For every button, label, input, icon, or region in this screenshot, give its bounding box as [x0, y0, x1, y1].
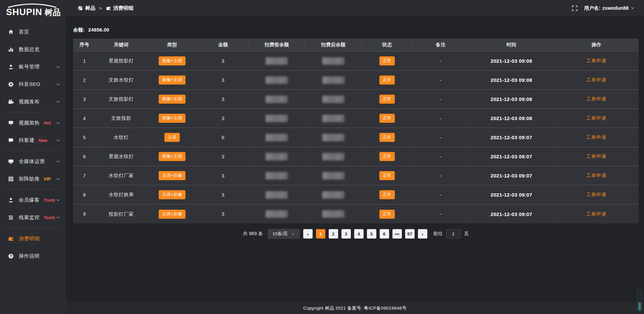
cell-amount: 3: [198, 147, 249, 166]
work-order-link[interactable]: 工单申请: [586, 211, 606, 217]
dashboard-icon: [78, 6, 83, 11]
table-row: 5水纹灯主词6正常-2021-12-03 09:07工单申请: [73, 128, 639, 147]
page-ellipsis-button[interactable]: •••: [392, 229, 402, 239]
cell-amount: 3: [198, 51, 249, 70]
page-button-1[interactable]: 1: [316, 229, 325, 239]
column-header: 关键词: [96, 39, 147, 51]
cell-time: 2021-12-03 09:07: [469, 204, 554, 223]
sidebar-item-3[interactable]: 抖音SEO: [0, 75, 66, 93]
masked-value: [266, 115, 288, 122]
sidebar-item-16[interactable]: ?操作说明: [0, 247, 66, 265]
cell-action: 工单申请: [554, 51, 639, 70]
cell-remark: -: [413, 70, 469, 90]
sidebar-item-label: 矩阵助推: [19, 176, 40, 182]
page-button-3[interactable]: 3: [341, 229, 351, 239]
sidebar-item-7[interactable]: 抖客通New: [0, 132, 66, 149]
cell-keyword: 文旅水纹灯: [96, 70, 147, 90]
page-size-select[interactable]: 10条/页: [268, 229, 300, 239]
home-icon: [8, 29, 14, 35]
cell-action: 工单申请: [554, 166, 639, 185]
sidebar-item-10[interactable]: 矩阵助推VIP: [0, 170, 66, 188]
type-badge: 前缀+主词: [159, 56, 185, 65]
sidebar-item-15[interactable]: 消费明细: [0, 230, 66, 247]
sidebar-item-label: 抖音SEO: [19, 81, 40, 88]
sliders-icon: [8, 215, 14, 220]
work-order-link[interactable]: 工单申请: [586, 77, 606, 83]
type-badge: 前缀+主词: [159, 114, 185, 123]
brand-name-en: SHUPIN: [6, 7, 42, 17]
cell-amount: 6: [198, 128, 249, 147]
cell-amount: 3: [198, 204, 249, 223]
work-order-link[interactable]: 工单申请: [586, 115, 606, 121]
cell-index: 3: [73, 90, 96, 109]
heat-icon: [8, 120, 14, 126]
page-button-2[interactable]: 2: [329, 229, 338, 239]
sidebar-item-12[interactable]: 会员爆客Tools: [0, 191, 66, 209]
column-header: 序号: [73, 39, 96, 51]
table-row: 9投影灯厂家主词+后缀3正常-2021-12-03 09:07工单申请: [73, 204, 639, 223]
sidebar-item-0[interactable]: 首页: [0, 23, 66, 41]
work-order-link[interactable]: 工单申请: [586, 192, 606, 197]
cell-status: 正常: [362, 166, 413, 185]
masked-value: [266, 57, 288, 65]
chevron-down-icon: [291, 232, 295, 236]
breadcrumb-separator: >: [99, 6, 102, 11]
masked-value: [322, 96, 344, 103]
cell-type: 前缀+主词: [147, 109, 198, 128]
cell-action: 工单申请: [554, 128, 639, 147]
page-button-5[interactable]: 5: [367, 229, 376, 239]
cell-keyword: 景观水纹灯: [96, 147, 147, 166]
sidebar-item-4[interactable]: 视频发布: [0, 93, 66, 110]
work-order-link[interactable]: 工单申请: [586, 96, 606, 102]
footer: Copyright 树品 2021 备案号: 粤ICP备09019646号: [66, 303, 644, 314]
cell-balance-after: [305, 204, 362, 223]
page-button-6[interactable]: 6: [380, 229, 389, 239]
chat-widget[interactable]: [637, 290, 642, 311]
chevron-down-icon: [56, 121, 60, 125]
cell-balance-after: [305, 147, 362, 166]
cell-action: 工单申请: [554, 147, 639, 166]
wallet-icon: [8, 236, 14, 242]
cell-index: 1: [73, 51, 96, 70]
chevron-down-icon: [56, 177, 60, 181]
sidebar-item-label: 消费明细: [19, 235, 40, 242]
work-order-link[interactable]: 工单申请: [586, 154, 606, 159]
work-order-link[interactable]: 工单申请: [586, 173, 606, 178]
pagination: 共 969 条10条/页‹123456•••97›前往页: [73, 229, 639, 239]
prev-page-button[interactable]: ‹: [303, 229, 313, 239]
sidebar-item-1[interactable]: 数据总览: [0, 41, 66, 58]
masked-value: [322, 172, 344, 179]
masked-value: [322, 76, 344, 84]
table-row: 8水纹灯效果主词+后缀3正常-2021-12-03 09:07工单申请: [73, 185, 639, 204]
cell-time: 2021-12-03 09:08: [469, 109, 554, 128]
cell-balance-after: [305, 128, 362, 147]
sidebar-item-13[interactable]: 线索监控Tools: [0, 209, 66, 226]
next-page-button[interactable]: ›: [418, 229, 427, 239]
masked-value: [322, 57, 344, 65]
cell-keyword: 景观投影灯: [96, 51, 147, 70]
cell-balance-after: [305, 166, 362, 185]
breadcrumb-item-root[interactable]: 树品: [78, 5, 95, 11]
user-dropdown[interactable]: 用户名: zswodun88: [584, 5, 635, 11]
sidebar-item-9[interactable]: 全媒体运营: [0, 153, 66, 170]
cell-action: 工单申请: [554, 204, 639, 223]
goto-page-input[interactable]: [446, 229, 461, 239]
work-order-link[interactable]: 工单申请: [586, 135, 606, 140]
page-button-97[interactable]: 97: [405, 229, 415, 239]
balance-label: 余额:: [73, 27, 85, 33]
type-badge: 前缀+主词: [159, 75, 185, 85]
masked-value: [322, 191, 344, 199]
sidebar-item-tag: Tools: [44, 198, 55, 203]
sidebar-item-2[interactable]: 账号管理: [0, 58, 66, 75]
monitor-icon: [8, 159, 14, 164]
page-button-4[interactable]: 4: [354, 229, 364, 239]
chevron-down-icon: [56, 159, 60, 164]
pagination-total: 共 969 条: [243, 231, 263, 237]
cell-time: 2021-12-03 09:08: [469, 90, 554, 109]
type-badge: 前缀+主词: [159, 95, 185, 104]
cell-balance-before: [249, 166, 305, 185]
work-order-link[interactable]: 工单申请: [586, 58, 606, 63]
logo: SHUPIN 树品: [0, 0, 66, 20]
sidebar-item-6[interactable]: 视频加热Hot: [0, 114, 66, 132]
cell-status: 正常: [362, 204, 413, 223]
